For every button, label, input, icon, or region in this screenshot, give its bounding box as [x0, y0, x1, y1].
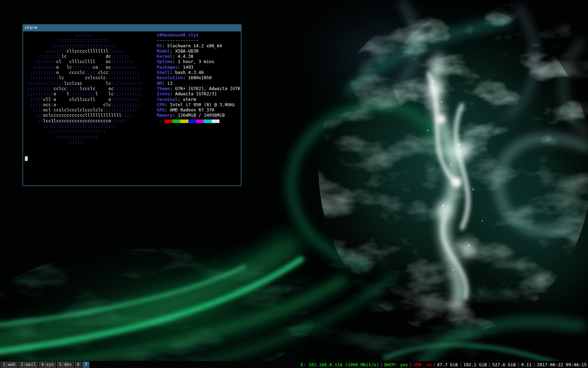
fetch-field-label: Icons	[157, 91, 170, 96]
ascii-art-segment: ::::::::::	[25, 91, 54, 96]
fetch-field: Memory: 1264MiB / 24056MiB	[157, 113, 240, 118]
ascii-art-segment: ::::::::::	[25, 86, 54, 91]
ascii-art-segment: :::::	[25, 102, 43, 107]
color-swatch	[188, 120, 196, 123]
status-segment: VPN: no	[413, 362, 432, 367]
ascii-art-segment: o l	[54, 91, 69, 96]
ascii-art-segment: :	[51, 97, 54, 102]
ascii-art-segment: ::::::::::	[111, 64, 137, 70]
fetch-field: Theme: GTK+ [GTK2], Adwaita [GTK	[157, 86, 240, 91]
status-separator: |	[408, 362, 413, 367]
color-swatch	[173, 120, 180, 123]
ascii-art-segment: ::::::::::::::	[25, 81, 64, 86]
ascii-art-segment: :::::::::	[25, 64, 56, 70]
ascii-art-segment: :::::::::::::::::::	[25, 38, 108, 43]
workspace-button-5-dev[interactable]: 5:dev	[57, 362, 74, 368]
ascii-art-line: ::::::::cl clllccllll oc:::::::::	[25, 59, 142, 64]
ascii-art-segment: clcc	[98, 70, 108, 75]
ascii-art-line: ::::::::::::::::	[25, 134, 142, 139]
fetch-field: Uptime: 1 hour, 3 mins	[157, 59, 240, 64]
fetch-field-label: Terminal	[157, 97, 178, 102]
ascii-art-segment: cl clllccllll oc	[56, 59, 111, 64]
ascii-art-line: ::::::::::::::::::::::	[25, 129, 142, 134]
color-swatch	[196, 120, 204, 123]
ascii-art-segment: cllcccccllllllll	[66, 48, 108, 54]
ascii-art-line: ::::ocl:ccslclccclclccclclc:::::::::::::	[25, 107, 142, 113]
ascii-art-line: ::lcc1lcccccccccccccccccccco::::::	[25, 118, 142, 123]
window-titlebar[interactable]: xterm	[22, 24, 241, 32]
ascii-art-segment: ::::::::::::	[108, 70, 140, 75]
fetch-field-label: Memory	[157, 113, 173, 118]
fetch-field-value: : Intel i7 950 (8) @ 3.0GHz	[164, 102, 235, 107]
ascii-art-line: :::::::	[25, 32, 142, 38]
ascii-art-segment: ccslclccclclccclclc	[54, 107, 103, 113]
fetch-field-value: : 1264MiB / 24056MiB	[173, 113, 225, 118]
desktop: xterm ::::::: ::::::::::::::::::: ::::::…	[0, 0, 588, 368]
ascii-art-segment: o cccclc	[56, 70, 85, 75]
fetch-field-value: : X58A-UD3R	[170, 48, 198, 54]
ascii-art-line: ::::::::::::::::::::::::::::	[25, 123, 142, 129]
ascii-art-segment: ::	[25, 118, 43, 123]
fetch-field-label: Resolution	[157, 75, 183, 80]
ascii-art-segment: :::::::	[25, 32, 93, 38]
status-separator: |	[532, 362, 537, 367]
ascii-art-segment: :::::::::::	[111, 102, 140, 107]
ascii-art-line: ::::::::::o l::::::::::l lc:::::::::::	[25, 91, 142, 96]
ascii-art-segment: :::::::::::	[114, 86, 142, 91]
fetch-field: Icons: Adwaita [GTK2/3]	[157, 91, 240, 96]
fetch-field-label: OS	[157, 43, 162, 48]
ascii-art-segment: ::::::::::	[69, 91, 96, 96]
xterm-window: xterm ::::::: ::::::::::::::::::: ::::::…	[22, 24, 241, 186]
fetch-separator-text: ----------------	[157, 38, 198, 43]
ascii-art-segment: ::::::::::::	[111, 81, 142, 86]
ascii-art-segment: :::::	[85, 70, 98, 75]
ascii-art-segment: ocl	[43, 107, 51, 113]
ascii-art-segment: ::::::::::::::::::::::	[25, 129, 106, 134]
ascii-art-segment: ::::::::::	[25, 70, 56, 75]
ascii-art-line: :::::cll:o clcllcccll o:::::::::::	[25, 97, 142, 102]
i3bar: 1:web2:mail4:sys5:dev67 E: 192.168.0.118…	[0, 361, 588, 368]
ascii-art-segment: o clc	[54, 102, 111, 107]
fetch-field: Model: X58A-UD3R	[157, 48, 240, 54]
ascii-art-segment: l lc	[95, 91, 113, 96]
ascii-art-segment: :	[51, 107, 54, 113]
workspace-button-2-mail[interactable]: 2:mail	[19, 362, 38, 368]
color-swatch	[157, 120, 164, 123]
workspace-button-1-web[interactable]: 1:web	[1, 362, 18, 368]
ascii-art-segment: :::::::::	[25, 54, 61, 59]
status-separator: |	[487, 362, 492, 367]
ascii-art-segment: :::::::::::	[111, 97, 140, 102]
fetch-field: Resolution: 588x368	[157, 75, 240, 80]
workspace-list: 1:web2:mail4:sys5:dev67	[0, 362, 89, 368]
ascii-art-segment: :::::	[121, 113, 134, 118]
color-swatch	[180, 120, 188, 123]
terminal-screen[interactable]: ::::::: ::::::::::::::::::: ::::::::::::…	[23, 32, 241, 185]
ascii-art-segment: :::::::	[111, 54, 129, 59]
status-segment: 47.7 GiB	[437, 362, 458, 367]
window-title: xterm	[24, 25, 37, 30]
ascii-art-segment: :::::	[25, 97, 43, 102]
terminal-color-swatches	[157, 120, 240, 123]
fetch-field-value: : i3	[162, 81, 173, 86]
fetch-separator: ----------------	[157, 38, 240, 43]
fetch-user-host: x0hmz@xws00.styx	[157, 32, 240, 38]
ascii-art-segment: :::::::::::::::::::::::::	[25, 43, 116, 48]
workspace-button-6[interactable]: 6	[75, 362, 82, 368]
fetch-field: Packages: 1493	[157, 64, 240, 70]
ascii-art-segment: oclcccccccccccccllllllllllllll	[43, 113, 121, 118]
fetch-field-value: : 1493	[178, 64, 194, 70]
fetch-field-label: Model	[157, 48, 170, 54]
ascii-art-segment: :	[51, 102, 54, 107]
fetch-field: Shell: bash 4.3.46	[157, 70, 240, 75]
ascii-art-segment: ::::::::::::::::	[25, 134, 98, 139]
terminal-cursor	[25, 156, 28, 161]
ascii-art-segment: lcc1lcccccccccccccccccccco	[43, 118, 111, 123]
ascii-art-segment: lcclcsc lc	[64, 81, 111, 86]
fetch-field: GPU: AMD Radeon R7 370	[157, 107, 240, 113]
workspace-button-7[interactable]: 7	[83, 362, 89, 368]
workspace-button-4-sys[interactable]: 4:sys	[39, 362, 56, 368]
fetch-field-value: : xterm	[178, 97, 196, 102]
ascii-art-line: ::::::	[25, 139, 142, 145]
ascii-art-segment: :::::::::::	[25, 75, 59, 80]
ascii-art-segment: occ	[43, 102, 51, 107]
